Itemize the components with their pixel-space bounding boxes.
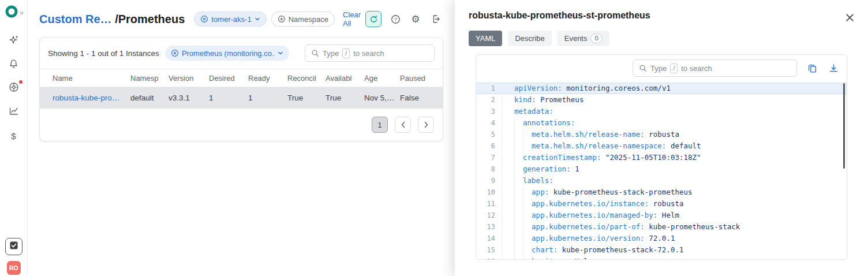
app-logo[interactable] (5, 5, 18, 21)
yaml-line: 1apiVersion: monitoring.coreos.com/v1 (476, 83, 847, 94)
slash-keycap: / (342, 49, 350, 58)
table-row[interactable]: robusta-kube-pro…defaultv3.3.111TrueTrue… (40, 87, 443, 109)
help-icon: ? (391, 14, 401, 24)
column-header-namesp: Namesp (130, 74, 169, 83)
sidebar-item-ai-assist[interactable] (6, 33, 21, 49)
breadcrumb-parent-link[interactable]: Custom Re… (39, 13, 112, 25)
page-button-1[interactable]: 1 (372, 117, 388, 133)
yaml-line: 5meta.helm.sh/release-name: robusta (476, 129, 847, 140)
line-chart-icon (9, 106, 19, 118)
search-placeholder: Type (650, 64, 667, 73)
yaml-code-view[interactable]: 1apiVersion: monitoring.coreos.com/v12ki… (476, 81, 847, 259)
namespace-filter-chip[interactable]: Namespace (271, 12, 335, 27)
refresh-button[interactable] (365, 11, 381, 27)
download-yaml-button[interactable] (827, 62, 840, 74)
table-header-row: NameNamespVersionDesiredReadyReconcilAva… (40, 69, 443, 87)
line-number: 16 (476, 256, 503, 259)
chevron-down-icon (278, 50, 283, 56)
circle-x-icon[interactable] (200, 15, 208, 23)
table-cell: True (287, 94, 326, 102)
sidebar-item-cost[interactable]: $ (6, 128, 21, 143)
tab-describe[interactable]: Describe (508, 31, 551, 46)
table-body: robusta-kube-pro…defaultv3.3.111TrueTrue… (40, 87, 443, 109)
yaml-line: 6meta.helm.sh/release-namespace: default (476, 140, 847, 152)
yaml-line: 12app.kubernetes.io/managed-by: Helm (476, 210, 847, 221)
yaml-line: 16heritage: Helm (476, 256, 847, 259)
line-number: 8 (476, 163, 503, 175)
line-number: 7 (476, 152, 503, 163)
chevron-down-icon (255, 16, 260, 22)
vertical-scrollbar[interactable] (843, 83, 845, 169)
yaml-line: 11app.kubernetes.io/instance: robusta (476, 198, 847, 210)
user-avatar[interactable]: RO (7, 261, 21, 275)
bell-icon (9, 59, 18, 71)
sidebar-item-notifications[interactable] (6, 57, 21, 72)
column-header-version: Version (169, 74, 209, 83)
drawer-tabs: YAML Describe Events 0 (469, 31, 854, 46)
instances-search-input[interactable]: Type / to search (305, 44, 435, 62)
line-number: 9 (476, 175, 503, 187)
column-header-name: Name (53, 74, 130, 83)
line-number: 1 (476, 83, 503, 94)
checkbox-checked-icon (9, 241, 18, 252)
settings-button[interactable]: ⚙ (409, 13, 422, 25)
yaml-line: 3metadata: (476, 106, 847, 117)
table-cell: True (326, 94, 364, 102)
tab-yaml[interactable]: YAML (469, 31, 502, 46)
line-number: 11 (476, 198, 503, 210)
line-number: 5 (476, 129, 503, 140)
column-header-ready: Ready (248, 74, 287, 83)
line-number: 3 (476, 106, 503, 117)
drawer-title: robusta-kube-prometheus-st-prometheus (469, 10, 854, 21)
line-number: 13 (476, 221, 503, 233)
dollar-icon: $ (11, 131, 16, 141)
yaml-search-input[interactable]: Type / to search (633, 59, 797, 77)
line-number: 15 (476, 244, 503, 256)
table-cell: Nov 5,… (364, 94, 400, 102)
yaml-line: 8generation: 1 (476, 163, 847, 175)
resource-filter-chip[interactable]: Prometheus (monitoring.co… (165, 46, 289, 61)
yaml-line: 13app.kubernetes.io/part-of: kube-promet… (476, 221, 847, 233)
line-number: 4 (476, 117, 503, 129)
notification-dot (19, 80, 23, 84)
next-page-button[interactable] (418, 117, 434, 133)
circle-plus-icon (278, 15, 286, 23)
instances-card: Showing 1 - 1 out of 1 Instances Prometh… (39, 37, 443, 141)
search-icon (639, 64, 647, 72)
export-button[interactable] (429, 13, 442, 25)
tab-events[interactable]: Events 0 (558, 31, 609, 46)
yaml-line: 4annotations: (476, 117, 847, 129)
yaml-line: 9labels: (476, 175, 847, 187)
svg-text:?: ? (394, 16, 396, 22)
search-placeholder: to search (681, 64, 712, 73)
pagination: 1 (40, 109, 443, 141)
download-icon (829, 64, 839, 73)
instance-name-link[interactable]: robusta-kube-pro… (53, 94, 130, 102)
close-drawer-button[interactable] (844, 12, 855, 23)
table-cell: v3.3.1 (169, 94, 209, 102)
sidebar-item-clusters[interactable] (6, 81, 21, 96)
wheel-icon (9, 82, 19, 95)
circle-x-icon[interactable] (171, 49, 179, 57)
line-number: 14 (476, 233, 503, 244)
yaml-line: 14app.kubernetes.io/version: 72.0.1 (476, 233, 847, 244)
yaml-panel: Type / to search 1apiVersion: monitoring… (476, 54, 847, 260)
page-header: Custom Re… /Prometheus tomer-aks-1 Names… (28, 0, 455, 28)
copy-icon (807, 64, 817, 73)
sidebar-item-tasks[interactable] (5, 238, 23, 255)
table-cell: False (400, 94, 433, 102)
column-header-desired: Desired (209, 74, 248, 83)
table-cell: default (130, 94, 169, 102)
copy-yaml-button[interactable] (806, 62, 818, 74)
help-button[interactable]: ? (389, 13, 402, 25)
previous-page-button[interactable] (395, 117, 411, 133)
clear-all-link[interactable]: Clear All (343, 10, 365, 28)
sparkle-icon (9, 35, 19, 47)
line-number: 2 (476, 94, 503, 106)
results-summary: Showing 1 - 1 out of 1 Instances (48, 49, 159, 58)
cluster-filter-chip[interactable]: tomer-aks-1 (194, 12, 266, 27)
sidebar-item-metrics[interactable] (6, 105, 21, 120)
gear-icon: ⚙ (411, 14, 420, 24)
expand-sidebar-icon[interactable]: » (20, 9, 23, 17)
column-header-reconcil: Reconcil (287, 74, 326, 83)
